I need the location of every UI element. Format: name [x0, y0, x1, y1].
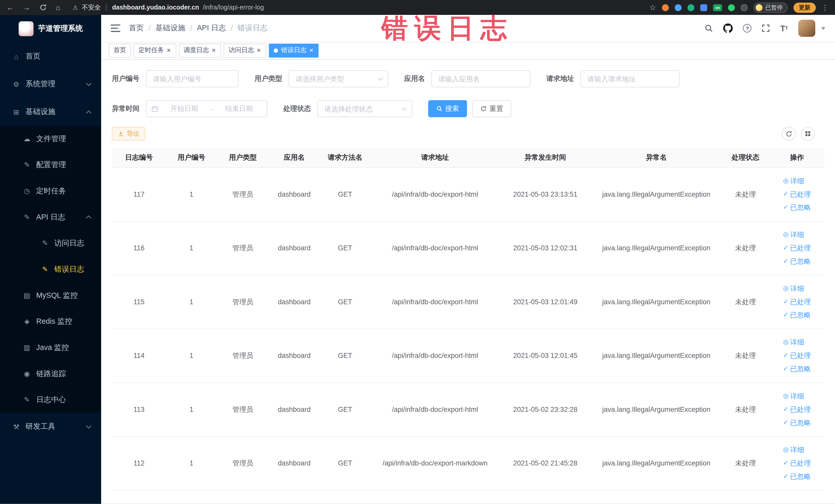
cell-id: 113 — [112, 383, 166, 437]
user-id-input[interactable] — [147, 71, 238, 87]
request-url-input[interactable] — [581, 71, 679, 87]
filter-label: 应用名 — [404, 74, 425, 83]
date-range-picker[interactable]: 开始日期 - 结束日期 — [146, 100, 267, 117]
cell-user_id: 1 — [166, 329, 217, 383]
sidebar-item-log-center[interactable]: ✎日志中心 — [0, 387, 101, 413]
ignored-link[interactable]: ✓已忽略 — [783, 255, 811, 268]
app-logo[interactable]: 芋道管理系统 — [0, 15, 101, 43]
redis-icon: ◈ — [22, 317, 31, 325]
tab-home[interactable]: 首页 — [108, 43, 131, 57]
sidebar-item-home[interactable]: ⌂首页 — [0, 43, 101, 70]
ignored-link[interactable]: ✓已忽略 — [783, 362, 811, 376]
sidebar-item-scheduled-tasks[interactable]: ◷定时任务 — [0, 178, 101, 204]
forward-button[interactable]: → — [23, 3, 30, 12]
column-settings-button[interactable] — [801, 127, 815, 141]
update-button[interactable]: 更新 — [793, 2, 816, 12]
detail-link[interactable]: ◎详细 — [783, 228, 811, 241]
extension-icon[interactable] — [687, 4, 694, 11]
ignored-link[interactable]: ✓已忽略 — [783, 470, 811, 483]
chevron-down-icon[interactable] — [821, 27, 826, 29]
table-row: 1131管理员dashboardGET/api/infra/db-doc/exp… — [112, 383, 824, 437]
refresh-icon — [785, 130, 792, 137]
sidebar-item-infrastructure[interactable]: ⊞基础设施 — [0, 98, 101, 126]
sidebar-item-trace[interactable]: ◉链路追踪 — [0, 361, 101, 387]
sidebar-item-error-log[interactable]: ✎错误日志 — [0, 256, 101, 282]
eye-icon: ◎ — [783, 174, 789, 187]
ignored-link[interactable]: ✓已忽略 — [783, 416, 811, 429]
close-icon[interactable]: × — [166, 47, 171, 54]
cell-app: dashboard — [269, 275, 320, 329]
home-button[interactable]: ⌂ — [56, 3, 61, 12]
sidebar-item-api-log[interactable]: ✎API 日志 — [0, 204, 101, 230]
refresh-table-button[interactable] — [782, 127, 796, 141]
hamburger-icon[interactable] — [111, 24, 120, 32]
processed-link[interactable]: ✓已处理 — [783, 403, 811, 416]
cloud-icon: ☁ — [22, 135, 31, 143]
tab-scheduled-tasks[interactable]: 定时任务× — [134, 43, 176, 57]
reload-button[interactable] — [40, 4, 47, 11]
detail-link[interactable]: ◎详细 — [783, 389, 811, 403]
breadcrumb-item[interactable]: 基础设施 — [156, 23, 185, 33]
search-icon[interactable] — [705, 24, 713, 32]
action-label: 已忽略 — [790, 362, 811, 376]
ignored-link[interactable]: ✓已忽略 — [783, 308, 811, 322]
tab-access-log[interactable]: 访问日志× — [224, 43, 266, 57]
app-name-input[interactable] — [432, 71, 530, 87]
sidebar-item-file-mgmt[interactable]: ☁文件管理 — [0, 126, 101, 152]
ignored-link[interactable]: ✓已忽略 — [783, 201, 811, 214]
extension-icon[interactable] — [728, 4, 735, 11]
eye-icon: ◎ — [783, 336, 789, 349]
detail-link[interactable]: ◎详细 — [783, 336, 811, 349]
cell-user_id: 1 — [166, 167, 217, 221]
user-type-select[interactable] — [289, 71, 388, 87]
processed-link[interactable]: ✓已处理 — [783, 457, 811, 470]
end-date-placeholder[interactable]: 结束日期 — [216, 104, 262, 114]
extension-icon[interactable] — [741, 4, 748, 11]
close-icon[interactable]: × — [211, 47, 217, 54]
sidebar-item-dev-tools[interactable]: ⚒研发工具 — [0, 413, 101, 441]
cell-status: 未处理 — [721, 275, 770, 329]
processed-link[interactable]: ✓已处理 — [783, 241, 811, 255]
detail-link[interactable]: ◎详细 — [783, 282, 811, 295]
github-icon[interactable] — [724, 23, 733, 33]
address-bar[interactable]: ⚠ 不安全 | dashboard.yudao.iocoder.cn/infra… — [73, 3, 264, 12]
sidebar-item-system-mgmt[interactable]: ⚙系统管理 — [0, 70, 101, 98]
browser-menu-icon[interactable]: ⋮ — [822, 3, 829, 11]
extension-icon[interactable] — [700, 4, 707, 11]
export-button[interactable]: 导出 — [112, 127, 145, 141]
tab-schedule-log[interactable]: 调度日志× — [179, 43, 221, 57]
close-icon[interactable]: × — [256, 47, 261, 54]
bookmark-star-icon[interactable]: ☆ — [649, 3, 656, 12]
sidebar-item-access-log[interactable]: ✎访问日志 — [0, 230, 101, 256]
process-status-select[interactable] — [318, 101, 412, 117]
detail-link[interactable]: ◎详细 — [783, 443, 811, 457]
close-icon[interactable]: × — [309, 47, 314, 54]
processed-link[interactable]: ✓已处理 — [783, 187, 811, 201]
tab-label: 首页 — [114, 46, 126, 55]
profile-chip[interactable]: 已暂停 — [754, 2, 788, 12]
sidebar-item-java-monitor[interactable]: ▥Java 监控 — [0, 335, 101, 361]
filter-request-url: 请求地址 — [547, 70, 680, 87]
breadcrumb-item[interactable]: 首页 — [129, 23, 144, 33]
breadcrumb-item[interactable]: API 日志 — [197, 23, 226, 33]
tab-label: 定时任务 — [138, 46, 164, 55]
sidebar-item-config-mgmt[interactable]: ✎配置管理 — [0, 152, 101, 178]
extension-icon[interactable] — [675, 4, 682, 11]
fullscreen-icon[interactable] — [761, 24, 770, 32]
search-button[interactable]: 搜索 — [428, 100, 467, 117]
start-date-placeholder[interactable]: 开始日期 — [161, 104, 207, 114]
avatar[interactable] — [798, 20, 815, 37]
help-icon[interactable]: ? — [743, 24, 752, 32]
extension-icon[interactable] — [662, 4, 669, 11]
sidebar-item-label: 日志中心 — [36, 395, 66, 404]
extension-on-badge[interactable]: on — [713, 4, 722, 11]
detail-link[interactable]: ◎详细 — [783, 174, 811, 187]
sidebar-item-mysql-monitor[interactable]: ▤MySQL 监控 — [0, 282, 101, 309]
tab-error-log[interactable]: 错误日志× — [269, 43, 319, 57]
processed-link[interactable]: ✓已处理 — [783, 295, 811, 308]
processed-link[interactable]: ✓已处理 — [783, 349, 811, 362]
sidebar-item-redis-monitor[interactable]: ◈Redis 监控 — [0, 308, 101, 335]
reset-button[interactable]: 重置 — [472, 100, 511, 117]
font-size-icon[interactable]: TT — [780, 24, 788, 33]
back-button[interactable]: ← — [6, 3, 14, 12]
